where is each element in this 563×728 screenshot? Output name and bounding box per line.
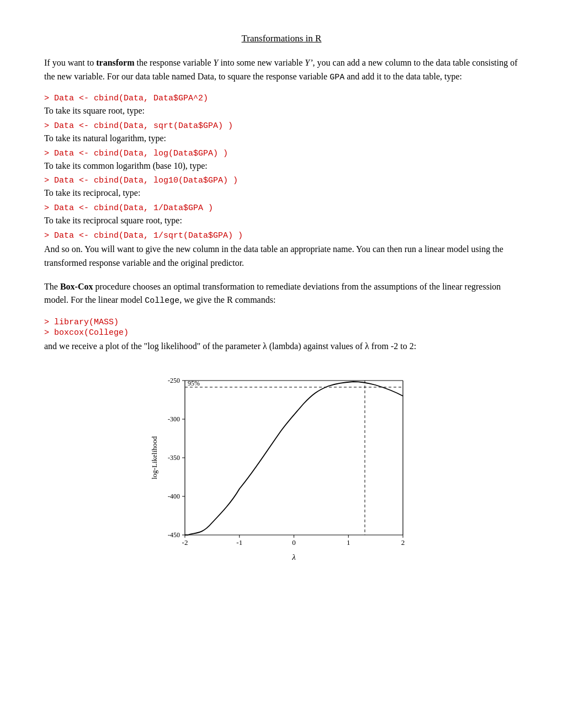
intro-paragraph: If you want to transform the response va… [44, 56, 519, 84]
boxcox-paragraph: The Box-Cox procedure chooses an optimal… [44, 280, 519, 308]
intro-text-1e: and add it to the data table, type: [344, 72, 462, 81]
code-line-4: > Data <- cbind(Data, log10(Data$GPA) ) [44, 176, 519, 185]
code-line-7: > library(MASS) [44, 318, 519, 327]
y-tick-250: -250 [168, 377, 180, 384]
code-line-6: > Data <- cbind(Data, 1/sqrt(Data$GPA) ) [44, 231, 519, 240]
y-axis-label: log-Likelihood [150, 436, 158, 479]
code-GPA-inline: GPA [330, 73, 344, 82]
code-line-8: > boxcox(College) [44, 328, 519, 338]
y-tick-400: -400 [168, 493, 180, 500]
text-3: To take its natural logarithm, type: [44, 132, 519, 146]
x-tick-neg2: -2 [182, 538, 188, 547]
intro-text-1: If you want to [44, 58, 96, 67]
y-tick-350: -350 [168, 454, 180, 462]
code-line-3: > Data <- cbind(Data, log(Data$GPA) ) [44, 149, 519, 158]
label-95pct: 95% [188, 379, 200, 387]
x-tick-1: 1 [347, 538, 350, 547]
boxcox-intro-1: The [44, 282, 60, 291]
intro-text-1c: into some new variable [218, 58, 305, 67]
transform-bold: transform [96, 58, 134, 67]
intro-text-1b: the response variable [135, 58, 214, 67]
x-tick-0: 0 [292, 538, 296, 547]
boxcox-bold: Box-Cox [60, 282, 93, 291]
code-line-5: > Data <- cbind(Data, 1/Data$GPA ) [44, 204, 519, 213]
text-5: To take its reciprocal, type: [44, 186, 519, 200]
var-Yprime: Y’ [305, 58, 312, 67]
boxcox-college-code: College [145, 296, 179, 306]
text-7: And so on. You will want to give the new… [44, 243, 519, 270]
code-line-1: > Data <- cbind(Data, Data$GPA^2) [44, 94, 519, 103]
x-tick-2: 2 [401, 538, 405, 547]
x-tick-neg1: -1 [236, 538, 242, 547]
text-2: To take its square root, type: [44, 104, 519, 118]
y-tick-450: -450 [168, 531, 180, 539]
boxcox-curve [185, 382, 403, 535]
text-6: To take its reciprocal square root, type… [44, 214, 519, 228]
chart-container: -250 -300 -350 -400 -450 -2 -1 0 1 2 λ l… [44, 364, 519, 574]
boxcox-chart: -250 -300 -350 -400 -450 -2 -1 0 1 2 λ l… [149, 364, 414, 574]
x-axis-label: λ [291, 553, 296, 561]
code-line-2: > Data <- cbind(Data, sqrt(Data$GPA) ) [44, 121, 519, 131]
page-title: Transformations in R [44, 33, 519, 44]
boxcox-text: and we receive a plot of the "log likeli… [44, 340, 519, 354]
boxcox-intro-3: , we give the R commands: [179, 295, 275, 304]
text-4: To take its common logarithm (base 10), … [44, 159, 519, 173]
y-tick-300: -300 [168, 415, 180, 423]
